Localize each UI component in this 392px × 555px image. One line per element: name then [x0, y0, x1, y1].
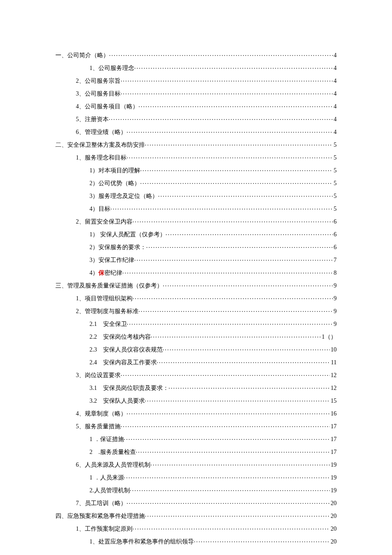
toc-leader-dots	[194, 538, 330, 543]
toc-leader-dots	[133, 218, 333, 224]
toc-leader-dots	[138, 102, 333, 108]
toc-leader-dots	[158, 192, 333, 198]
toc-leader-dots	[133, 294, 333, 300]
toc-leader-dots	[166, 230, 333, 236]
toc-page-number: 6	[333, 232, 337, 238]
toc-leader-dots	[127, 320, 333, 326]
toc-entry: 2、留置安全保卫内容6	[55, 218, 337, 225]
toc-leader-dots	[134, 64, 333, 70]
toc-entry: 1、工作预案制定原则20	[55, 525, 337, 532]
toc-label: 7、员工培训（略）	[76, 500, 127, 506]
toc-entry: 2）公司优势（略）5	[55, 179, 337, 186]
toc-page-number: 19	[330, 462, 337, 468]
toc-entry: 1、公司服务理念4	[55, 64, 337, 71]
toc-label: 2.2 安保岗位考核内容	[89, 334, 151, 340]
toc-entry: 2 .服务质量检查17	[55, 448, 337, 455]
toc-entry: 四、应急预案和紧急事件处理措施20	[55, 512, 337, 519]
toc-label: 1、工作预案制定原则	[76, 526, 133, 532]
toc-page-number: 16	[330, 411, 337, 417]
toc-label: 四、应急预案和紧急事件处理措施	[55, 513, 145, 519]
toc-entry: 2.1 安全保卫9	[55, 320, 337, 327]
toc-page-number: 4	[333, 65, 337, 71]
toc-leader-dots	[121, 90, 333, 96]
toc-page-number: 9	[333, 308, 337, 314]
toc-leader-dots	[140, 179, 333, 185]
toc-leader-dots	[130, 486, 330, 492]
toc-entry: 一、公司简介（略）4	[55, 51, 337, 58]
toc-label: 2.1 安全保卫	[89, 321, 127, 327]
toc-leader-dots	[169, 384, 330, 390]
toc-entry: 1、项目管理组织架构9	[55, 294, 337, 302]
toc-page-number: 4	[333, 116, 337, 122]
toc-label: 6、人员来源及人员管理机制	[76, 462, 150, 468]
toc-page-number: 4	[333, 104, 337, 110]
document-page: 一、公司简介（略）41、公司服务理念42、公司服务宗旨43、公司服务目标44、公…	[0, 0, 392, 555]
toc-label: 1 ．人员来源	[89, 475, 124, 481]
toc-label: 二、安全保卫整体方案及布防安排	[55, 142, 145, 148]
toc-label-highlight: 保	[98, 270, 104, 276]
toc-page-number: 20	[330, 513, 337, 519]
toc-label: 3、岗位设置要求	[76, 372, 121, 378]
toc-page-number: 20	[330, 526, 337, 532]
toc-page-number: 5	[333, 142, 337, 148]
toc-entry: 4、规章制度（略）16	[55, 410, 337, 417]
toc-label: 3、公司服务目标	[76, 91, 121, 97]
toc-page-number: 4	[333, 129, 337, 135]
toc-page-number: 19	[330, 488, 337, 494]
toc-page-number: 5	[333, 193, 337, 199]
toc-label: 3）服务理念及定位（略）	[89, 193, 158, 199]
toc-label: 1、服务理念和目标	[76, 155, 127, 161]
toc-entry: 三、管理及服务质量保证措施（仅参考）9	[55, 282, 337, 289]
toc-page-number: 10	[330, 347, 337, 353]
toc-entry: 2.2 安保岗位考核内容1（）	[55, 333, 337, 340]
toc-page-number: 6	[333, 244, 337, 250]
toc-leader-dots	[138, 307, 333, 313]
toc-leader-dots	[145, 397, 330, 403]
toc-leader-dots	[127, 410, 330, 416]
toc-page-number: 6	[333, 219, 337, 225]
toc-entry: 1 ．保证措施17	[55, 435, 337, 442]
toc-entry: 1 ．人员来源19	[55, 474, 337, 481]
toc-page-number: 4	[333, 91, 337, 97]
toc-leader-dots	[146, 243, 333, 249]
toc-label: 4、公司服务项目（略）	[76, 104, 138, 110]
toc-leader-dots	[163, 346, 330, 352]
toc-page-number: 19	[330, 475, 337, 481]
toc-leader-dots	[124, 474, 330, 479]
toc-label: 5、注册资本	[76, 116, 109, 122]
toc-label: 4、规章制度（略）	[76, 411, 127, 417]
toc-label: 1、处置应急事件和紧急事件的组织领导	[89, 539, 194, 545]
toc-page-number: 5	[333, 180, 337, 186]
toc-label-post: 密纪律	[104, 270, 122, 276]
toc-leader-dots	[140, 166, 333, 172]
toc-page-number: 9	[333, 283, 337, 289]
toc-leader-dots	[150, 461, 330, 467]
toc-leader-dots	[121, 371, 330, 377]
toc-entry: 2、管理制度与服务标准9	[55, 307, 337, 314]
toc-entry: 2、公司服务宗旨4	[55, 77, 337, 84]
toc-leader-dots	[121, 77, 333, 83]
toc-label: 2.人员管理机制	[89, 488, 130, 494]
toc-page-number: 15	[330, 398, 337, 404]
toc-leader-dots	[133, 525, 330, 531]
toc-label: 3）安保工作纪律	[89, 257, 134, 263]
toc-label: 三、管理及服务质量保证措施（仅参考）	[55, 283, 163, 289]
toc-page-number: 5	[333, 155, 337, 161]
toc-label: 2）公司优势（略）	[89, 180, 140, 186]
toc-leader-dots	[163, 282, 333, 288]
toc-label: 1、公司服务理念	[89, 65, 134, 71]
toc-label: 2、公司服务宗旨	[76, 78, 121, 84]
toc-page-number: 7	[333, 257, 337, 263]
toc-page-number: 12	[330, 385, 337, 391]
toc-entry: 2.人员管理机制19	[55, 486, 337, 494]
toc-label: 4）目标	[89, 206, 110, 212]
toc-label: 1 ．保证措施	[89, 436, 124, 442]
toc-leader-dots	[145, 141, 333, 147]
toc-label: 2.4 安保内容及工作要求	[89, 360, 157, 366]
toc-leader-dots	[122, 269, 333, 275]
toc-page-number: 12	[330, 372, 337, 378]
toc-leader-dots	[127, 499, 330, 505]
toc-label: 2 .服务质量检查	[89, 449, 136, 455]
toc-label: 6、管理业绩（略）	[76, 129, 127, 135]
toc-page-number: 5	[333, 168, 337, 174]
